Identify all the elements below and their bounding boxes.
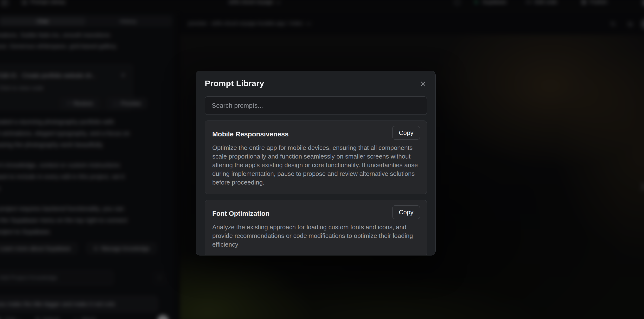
prompt-library-modal: Prompt Library Mobile Responsiveness Cop… [196,71,436,256]
prompt-card-mobile-responsiveness: Mobile Responsiveness Copy Optimize the … [205,120,427,194]
copy-button[interactable]: Copy [392,126,420,140]
prompt-search-input[interactable] [205,96,427,115]
prompt-title: Mobile Responsiveness [212,130,420,138]
close-icon [420,80,427,87]
prompt-body: Optimize the entire app for mobile devic… [212,144,426,187]
prompt-title: Font Optimization [212,210,420,218]
screen: Prompt Library artfo-cloud-voyage Supaba… [0,0,644,319]
modal-close-button[interactable] [419,80,427,88]
copy-button[interactable]: Copy [392,206,420,219]
prompt-body: Analyze the existing approach for loadin… [212,223,426,249]
modal-title: Prompt Library [205,79,264,88]
prompt-card-font-optimization: Font Optimization Copy Analyze the exist… [205,200,427,256]
prompt-list[interactable]: Mobile Responsiveness Copy Optimize the … [205,120,427,256]
